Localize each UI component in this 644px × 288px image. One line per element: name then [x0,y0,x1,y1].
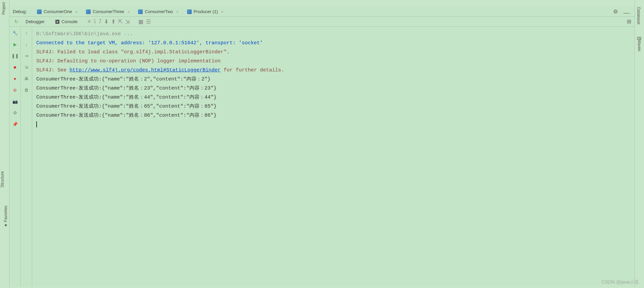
sidebar-project[interactable]: Project [1,2,6,14]
debugger-tab-label: Debugger [26,19,45,24]
debug-label: Debug: [13,9,27,14]
debug-minimize-icon[interactable]: — [624,9,630,16]
evaluate-icon[interactable]: ⇲ [125,18,130,25]
process-icon [138,9,143,14]
soft-wrap-icon[interactable]: ⇥ [23,52,30,59]
debug-tab-consumertwo[interactable]: ConsumerTwo × [135,8,182,15]
close-icon[interactable]: × [221,10,223,14]
sidebar-favorites[interactable]: ★ Favorites [3,206,8,227]
scroll-up-icon[interactable]: ↑ [23,30,30,36]
left-debug-tools: 🔧 ▶ ❚❚ ■ ● ⊘ 📷 ⚙ 📌 [9,27,21,286]
wrench-icon[interactable]: 🔧 [12,30,18,36]
drop-frame-icon[interactable]: ⇱ [118,18,123,25]
debug-tab-label: Producer (1) [194,9,218,14]
sidebar-structure[interactable]: Structure [0,171,5,188]
camera-icon[interactable]: 📷 [12,98,18,105]
pause-icon[interactable]: ❚❚ [12,52,18,59]
calculator-icon[interactable]: ▦ [138,18,143,25]
watermark: CSDN @java小丑 [602,279,639,285]
console-line: SLF4J: Failed to load class "org.slf4j.i… [36,48,631,57]
debug-tab-label: ConsumerOne [44,9,72,14]
clear-icon[interactable]: 🗑 [23,87,30,93]
trace-icon[interactable]: ☰ [146,18,151,25]
print-icon[interactable]: 🖶 [23,75,30,82]
force-step-icon[interactable]: ⬇ [104,18,108,25]
stop-icon[interactable]: ■ [12,64,18,70]
debug-tab-consumerone[interactable]: ConsumerOne × [34,8,81,15]
close-icon[interactable]: × [128,10,130,14]
pin-icon[interactable]: 📌 [12,121,18,127]
breakpoint-icon[interactable]: ● [12,75,18,82]
console-line: ConsumerThree-发送成功:{"name":"姓名：23","cont… [36,84,631,93]
console-line: D:\SoftWare\JDK\bin\java.exe ... [36,30,631,39]
console-tab-label: Console [61,19,78,24]
cursor [36,121,37,127]
rerun-icon[interactable]: ↻ [12,18,20,26]
mute-breakpoints-icon[interactable]: ⊘ [12,87,18,93]
debug-header: Debug: ConsumerOne × ConsumerThree × Con… [9,7,635,17]
console-line: ConsumerThree-发送成功:{"name":"姓名：86","cont… [36,111,631,120]
console-indicator-icon [55,20,59,24]
scroll-down-icon[interactable]: ↓ [23,41,30,48]
console-line: ConsumerThree-发送成功:{"name":"姓名：65","cont… [36,102,631,111]
console-output[interactable]: D:\SoftWare\JDK\bin\java.exe ... Connect… [32,27,635,286]
process-icon [86,9,91,14]
debug-tab-label: ConsumerTwo [145,9,173,14]
step-into-icon[interactable]: ⤵ [93,18,96,25]
debug-settings-icon[interactable]: ⚙ [613,8,618,15]
console-line: Connected to the target VM, address: '12… [36,39,631,48]
console-line: ConsumerThree-发送成功:{"name":"姓名：44","cont… [36,93,631,102]
scroll-end-icon[interactable]: ⇲ [23,64,30,70]
debug-panel: Debug: ConsumerOne × ConsumerThree × Con… [9,7,635,286]
process-icon [37,9,42,14]
debug-tab-consumerthree[interactable]: ConsumerThree × [83,8,133,15]
step-out-icon[interactable]: ⤴ [99,18,101,25]
step-over-icon[interactable]: ≡ [88,18,91,25]
console-line: SLF4J: Defaulting to no-operation (NOP) … [36,57,631,66]
debugger-tab[interactable]: Debugger [21,18,49,25]
close-icon[interactable]: × [75,10,77,14]
console-line: ConsumerThree-发送成功:{"name":"姓名：2","conte… [36,75,631,84]
tool-row: ↻ Debugger Console ≡ ⤵ ⤴ ⬇ ⬆ ⇱ ⇲ ▦ ☰ ▤ [9,17,635,27]
run-to-cursor-icon[interactable]: ⬆ [111,18,116,25]
debug-tab-producer[interactable]: Producer (1) × [184,8,227,15]
resume-icon[interactable]: ▶ [12,41,18,48]
slf4j-link[interactable]: http://www.slf4j.org/codes.html#StaticLo… [70,67,221,73]
mid-console-tools: ↑ ↓ ⇥ ⇲ 🖶 🗑 [21,27,32,286]
console-line: SLF4J: See http://www.slf4j.org/codes.ht… [36,66,631,75]
settings-icon[interactable]: ⚙ [12,109,18,116]
console-tab[interactable]: Console [51,18,82,25]
process-icon [187,9,192,14]
close-icon[interactable]: × [176,10,178,14]
sidebar-maven[interactable]: Maven [637,39,642,51]
sidebar-database[interactable]: Database [636,7,641,24]
layout-icon[interactable]: ▤ [627,18,631,24]
debug-tab-label: ConsumerThree [93,9,124,14]
